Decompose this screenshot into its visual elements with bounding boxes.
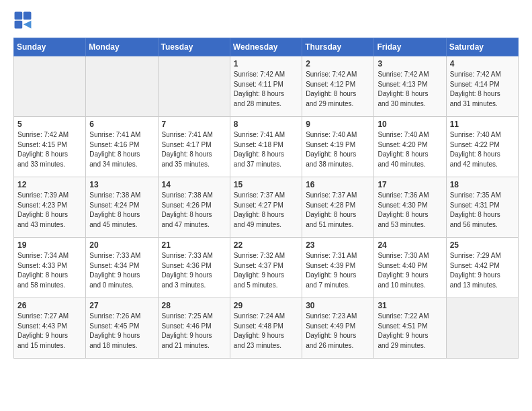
calendar-cell: 25Sunrise: 7:29 AM Sunset: 4:42 PM Dayli…	[446, 238, 518, 298]
calendar-cell: 1Sunrise: 7:42 AM Sunset: 4:11 PM Daylig…	[230, 56, 302, 117]
weekday-header-saturday: Saturday	[446, 38, 518, 56]
day-number: 25	[450, 240, 515, 250]
day-number: 5	[17, 120, 82, 129]
cell-details: Sunrise: 7:41 AM Sunset: 4:17 PM Dayligh…	[162, 130, 226, 169]
day-number: 23	[306, 240, 370, 250]
day-number: 24	[378, 240, 442, 250]
day-number: 4	[450, 59, 515, 68]
cell-details: Sunrise: 7:41 AM Sunset: 4:16 PM Dayligh…	[89, 130, 154, 169]
cell-details: Sunrise: 7:34 AM Sunset: 4:33 PM Dayligh…	[17, 251, 82, 290]
cell-details: Sunrise: 7:25 AM Sunset: 4:46 PM Dayligh…	[162, 312, 226, 351]
cell-details: Sunrise: 7:37 AM Sunset: 4:28 PM Dayligh…	[306, 191, 370, 230]
day-number: 31	[378, 301, 442, 310]
day-number: 26	[17, 301, 82, 310]
header	[13, 11, 519, 30]
calendar-cell: 5Sunrise: 7:42 AM Sunset: 4:15 PM Daylig…	[14, 117, 86, 177]
calendar-cell: 4Sunrise: 7:42 AM Sunset: 4:14 PM Daylig…	[446, 56, 518, 117]
calendar-cell: 21Sunrise: 7:33 AM Sunset: 4:36 PM Dayli…	[158, 238, 230, 298]
weekday-header-friday: Friday	[374, 38, 446, 56]
day-number: 21	[162, 240, 226, 250]
calendar-cell: 22Sunrise: 7:32 AM Sunset: 4:37 PM Dayli…	[230, 238, 302, 298]
calendar-cell: 3Sunrise: 7:42 AM Sunset: 4:13 PM Daylig…	[374, 56, 446, 117]
calendar-cell: 26Sunrise: 7:27 AM Sunset: 4:43 PM Dayli…	[14, 298, 86, 359]
cell-details: Sunrise: 7:42 AM Sunset: 4:12 PM Dayligh…	[306, 70, 370, 109]
cell-details: Sunrise: 7:42 AM Sunset: 4:13 PM Dayligh…	[378, 70, 442, 109]
cell-details: Sunrise: 7:23 AM Sunset: 4:49 PM Dayligh…	[306, 312, 370, 351]
day-number: 16	[306, 180, 370, 189]
calendar-cell: 30Sunrise: 7:23 AM Sunset: 4:49 PM Dayli…	[302, 298, 374, 359]
day-number: 22	[234, 240, 298, 250]
cell-details: Sunrise: 7:29 AM Sunset: 4:42 PM Dayligh…	[450, 251, 515, 290]
day-number: 6	[89, 120, 154, 129]
calendar-cell	[446, 298, 518, 359]
weekday-header-sunday: Sunday	[14, 38, 86, 56]
cell-details: Sunrise: 7:39 AM Sunset: 4:23 PM Dayligh…	[17, 191, 82, 230]
week-row-1: 1Sunrise: 7:42 AM Sunset: 4:11 PM Daylig…	[14, 56, 519, 117]
calendar-cell: 19Sunrise: 7:34 AM Sunset: 4:33 PM Dayli…	[14, 238, 86, 298]
calendar-cell: 20Sunrise: 7:33 AM Sunset: 4:34 PM Dayli…	[86, 238, 158, 298]
cell-details: Sunrise: 7:31 AM Sunset: 4:39 PM Dayligh…	[306, 251, 370, 290]
page: SundayMondayTuesdayWednesdayThursdayFrid…	[0, 0, 532, 369]
calendar-cell: 29Sunrise: 7:24 AM Sunset: 4:48 PM Dayli…	[230, 298, 302, 359]
cell-details: Sunrise: 7:42 AM Sunset: 4:14 PM Dayligh…	[450, 70, 515, 109]
day-number: 20	[89, 240, 154, 250]
calendar-cell: 27Sunrise: 7:26 AM Sunset: 4:45 PM Dayli…	[86, 298, 158, 359]
calendar-cell: 28Sunrise: 7:25 AM Sunset: 4:46 PM Dayli…	[158, 298, 230, 359]
day-number: 11	[450, 120, 515, 129]
weekday-header-monday: Monday	[86, 38, 158, 56]
calendar-cell	[14, 56, 86, 117]
day-number: 27	[89, 301, 154, 310]
cell-details: Sunrise: 7:38 AM Sunset: 4:26 PM Dayligh…	[162, 191, 226, 230]
day-number: 7	[162, 120, 226, 129]
calendar-cell: 12Sunrise: 7:39 AM Sunset: 4:23 PM Dayli…	[14, 177, 86, 238]
cell-details: Sunrise: 7:33 AM Sunset: 4:36 PM Dayligh…	[162, 251, 226, 290]
cell-details: Sunrise: 7:41 AM Sunset: 4:18 PM Dayligh…	[234, 130, 298, 169]
calendar-cell: 10Sunrise: 7:40 AM Sunset: 4:20 PM Dayli…	[374, 117, 446, 177]
calendar-cell: 15Sunrise: 7:37 AM Sunset: 4:27 PM Dayli…	[230, 177, 302, 238]
svg-rect-0	[15, 12, 23, 20]
cell-details: Sunrise: 7:30 AM Sunset: 4:40 PM Dayligh…	[378, 251, 442, 290]
calendar-cell: 14Sunrise: 7:38 AM Sunset: 4:26 PM Dayli…	[158, 177, 230, 238]
day-number: 29	[234, 301, 298, 310]
day-number: 19	[17, 240, 82, 250]
calendar-cell: 13Sunrise: 7:38 AM Sunset: 4:24 PM Dayli…	[86, 177, 158, 238]
week-row-2: 5Sunrise: 7:42 AM Sunset: 4:15 PM Daylig…	[14, 117, 519, 177]
calendar-cell: 23Sunrise: 7:31 AM Sunset: 4:39 PM Dayli…	[302, 238, 374, 298]
day-number: 30	[306, 301, 370, 310]
day-number: 13	[89, 180, 154, 189]
cell-details: Sunrise: 7:35 AM Sunset: 4:31 PM Dayligh…	[450, 191, 515, 230]
day-number: 8	[234, 120, 298, 129]
cell-details: Sunrise: 7:36 AM Sunset: 4:30 PM Dayligh…	[378, 191, 442, 230]
day-number: 28	[162, 301, 226, 310]
calendar-table: SundayMondayTuesdayWednesdayThursdayFrid…	[13, 38, 519, 359]
weekday-header-tuesday: Tuesday	[158, 38, 230, 56]
cell-details: Sunrise: 7:40 AM Sunset: 4:19 PM Dayligh…	[306, 130, 370, 169]
calendar-cell: 9Sunrise: 7:40 AM Sunset: 4:19 PM Daylig…	[302, 117, 374, 177]
calendar-cell: 6Sunrise: 7:41 AM Sunset: 4:16 PM Daylig…	[86, 117, 158, 177]
weekday-header-thursday: Thursday	[302, 38, 374, 56]
day-number: 17	[378, 180, 442, 189]
svg-rect-2	[15, 21, 23, 29]
day-number: 14	[162, 180, 226, 189]
logo	[13, 11, 35, 30]
cell-details: Sunrise: 7:42 AM Sunset: 4:11 PM Dayligh…	[234, 70, 298, 109]
day-number: 12	[17, 180, 82, 189]
cell-details: Sunrise: 7:32 AM Sunset: 4:37 PM Dayligh…	[234, 251, 298, 290]
cell-details: Sunrise: 7:38 AM Sunset: 4:24 PM Dayligh…	[89, 191, 154, 230]
cell-details: Sunrise: 7:33 AM Sunset: 4:34 PM Dayligh…	[89, 251, 154, 290]
cell-details: Sunrise: 7:40 AM Sunset: 4:20 PM Dayligh…	[378, 130, 442, 169]
weekday-header-wednesday: Wednesday	[230, 38, 302, 56]
logo-icon	[13, 11, 32, 30]
cell-details: Sunrise: 7:42 AM Sunset: 4:15 PM Dayligh…	[17, 130, 82, 169]
day-number: 10	[378, 120, 442, 129]
cell-details: Sunrise: 7:27 AM Sunset: 4:43 PM Dayligh…	[17, 312, 82, 351]
calendar-cell: 7Sunrise: 7:41 AM Sunset: 4:17 PM Daylig…	[158, 117, 230, 177]
calendar-cell: 11Sunrise: 7:40 AM Sunset: 4:22 PM Dayli…	[446, 117, 518, 177]
calendar-cell	[158, 56, 230, 117]
week-row-3: 12Sunrise: 7:39 AM Sunset: 4:23 PM Dayli…	[14, 177, 519, 238]
calendar-cell: 24Sunrise: 7:30 AM Sunset: 4:40 PM Dayli…	[374, 238, 446, 298]
weekday-header-row: SundayMondayTuesdayWednesdayThursdayFrid…	[14, 38, 519, 56]
svg-marker-3	[24, 21, 32, 29]
day-number: 1	[234, 59, 298, 68]
day-number: 15	[234, 180, 298, 189]
